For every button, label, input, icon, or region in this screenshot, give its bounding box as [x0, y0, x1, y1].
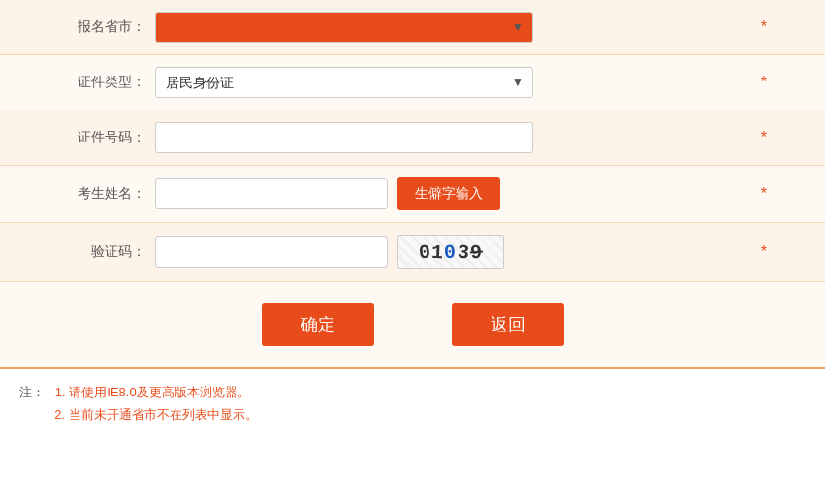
id-type-select-wrapper: 居民身份证 护照 军官证 港澳通行证 — [155, 67, 533, 98]
back-button[interactable]: 返回 — [452, 303, 564, 346]
name-row: 考生姓名： 生僻字输入 * — [0, 166, 825, 223]
province-required: * — [761, 18, 767, 36]
notes-line-1: 注： 1. 请使用IE8.0及更高版本浏览器。 — [19, 381, 806, 403]
id-number-row: 证件号码： * — [0, 110, 825, 166]
hanzi-input-button[interactable]: 生僻字输入 — [397, 177, 500, 210]
captcha-input[interactable] — [155, 236, 388, 268]
id-type-label: 证件类型： — [58, 74, 155, 91]
id-type-select[interactable]: 居民身份证 护照 军官证 港澳通行证 — [155, 67, 533, 98]
id-type-row: 证件类型： 居民身份证 护照 军官证 港澳通行证 * — [0, 55, 825, 110]
province-label: 报名省市： — [58, 18, 155, 36]
notes-line-2: 2. 当前未开通省市不在列表中显示。 — [19, 403, 806, 425]
id-type-input-area: 居民身份证 护照 军官证 港澳通行证 — [155, 67, 749, 98]
form-container: 报名省市： 北京 上海 广东 * 证件类型： 居民身份证 护照 军官证 — [0, 0, 825, 438]
id-number-label: 证件号码： — [58, 129, 155, 146]
captcha-required: * — [761, 243, 767, 261]
notes-title: 注： — [19, 385, 51, 399]
buttons-row: 确定 返回 — [0, 282, 825, 367]
name-label: 考生姓名： — [58, 185, 155, 203]
id-type-required: * — [761, 74, 767, 91]
confirm-button[interactable]: 确定 — [262, 303, 374, 346]
name-input-area: 生僻字输入 — [155, 177, 749, 210]
province-row: 报名省市： 北京 上海 广东 * — [0, 0, 825, 55]
province-select-wrapper: 北京 上海 广东 — [155, 12, 533, 43]
name-input[interactable] — [155, 178, 388, 209]
name-required: * — [761, 185, 767, 203]
captcha-image[interactable]: 01039 — [397, 235, 504, 269]
captcha-row: 验证码： 01039 * — [0, 223, 825, 282]
notes-section: 注： 1. 请使用IE8.0及更高版本浏览器。 2. 当前未开通省市不在列表中显… — [0, 367, 825, 438]
id-number-required: * — [761, 129, 767, 146]
province-input-area: 北京 上海 广东 — [155, 12, 749, 43]
captcha-text: 01039 — [419, 241, 482, 264]
captcha-label: 验证码： — [58, 243, 155, 261]
id-number-input-area — [155, 122, 749, 153]
province-select[interactable]: 北京 上海 广东 — [155, 12, 533, 43]
id-number-input[interactable] — [155, 122, 533, 153]
notes-item-1: 1. 请使用IE8.0及更高版本浏览器。 — [55, 385, 250, 399]
notes-item-2: 2. 当前未开通省市不在列表中显示。 — [54, 407, 257, 422]
captcha-input-area: 01039 — [155, 235, 749, 269]
